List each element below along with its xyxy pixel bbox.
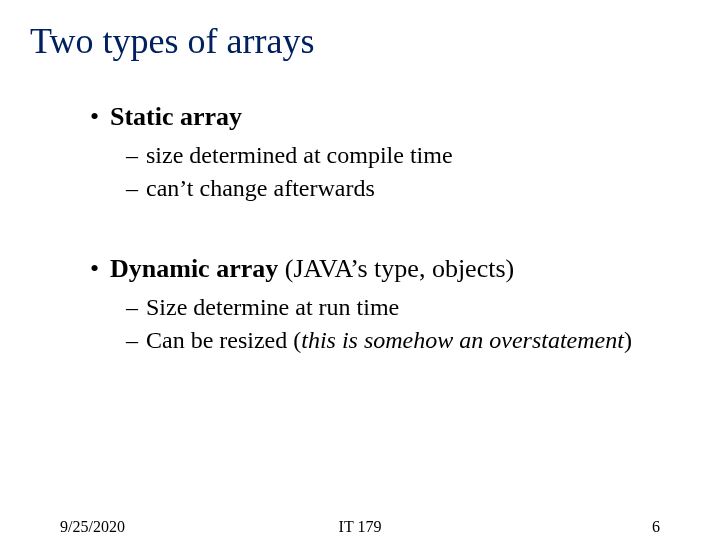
footer-date: 9/25/2020 [60, 518, 125, 536]
sub-text: Can be resized ( [146, 327, 301, 353]
bullet-static-array: • Static array [90, 100, 680, 134]
footer-page-number: 6 [652, 518, 660, 536]
bullet-label-extra: (JAVA’s type, objects) [278, 254, 514, 283]
sub-text-post: time [351, 294, 400, 320]
slide: Two types of arrays • Static array – siz… [0, 0, 720, 540]
sub-item: – size determined at compile time [126, 140, 680, 171]
bullet-icon: • [90, 252, 110, 286]
bullet-icon: • [90, 100, 110, 134]
dash-icon: – [126, 325, 146, 356]
bullet-label: Static array [110, 102, 242, 131]
dash-icon: – [126, 140, 146, 171]
bullet-label: Dynamic array [110, 254, 278, 283]
sub-text-em: compile [327, 142, 404, 168]
sub-text-italic: this is somehow an overstatement [301, 327, 624, 353]
sub-item: – can’t change afterwards [126, 173, 680, 204]
sub-item: – Can be resized (this is somehow an ove… [126, 325, 680, 356]
slide-title: Two types of arrays [30, 20, 314, 62]
dash-icon: – [126, 292, 146, 323]
sub-text-post: time [404, 142, 453, 168]
sub-text: size determined at [146, 142, 327, 168]
dash-icon: – [126, 173, 146, 204]
footer-course: IT 179 [339, 518, 382, 536]
slide-body: • Static array – size determined at comp… [90, 100, 680, 358]
sub-item: – Size determine at run time [126, 292, 680, 323]
sub-text: Size determine at [146, 294, 319, 320]
sub-text-post: ) [624, 327, 632, 353]
sub-text: can’t change afterwards [146, 175, 375, 201]
sub-text-em: run [319, 294, 351, 320]
bullet-dynamic-array: • Dynamic array (JAVA’s type, objects) [90, 252, 680, 286]
